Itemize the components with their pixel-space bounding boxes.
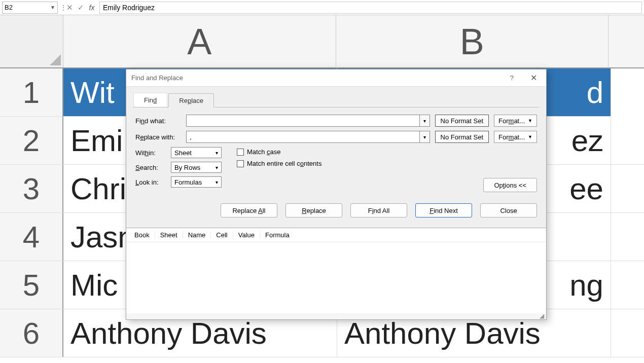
row-header-1[interactable]: 1 bbox=[0, 68, 63, 117]
match-entire-cell-label: Match entire cell contents bbox=[247, 160, 321, 167]
column-header-extra[interactable] bbox=[609, 15, 644, 68]
results-col-book[interactable]: Book bbox=[129, 231, 155, 239]
results-header: Book Sheet Name Cell Value Formula bbox=[126, 228, 546, 242]
match-entire-cell-checkbox[interactable] bbox=[237, 160, 244, 167]
tab-replace[interactable]: Replace bbox=[168, 93, 214, 107]
chevron-down-icon: ▼ bbox=[50, 5, 55, 10]
search-select[interactable]: By Rows ▾ bbox=[171, 162, 222, 173]
results-col-formula[interactable]: Formula bbox=[260, 231, 295, 239]
replace-all-button[interactable]: Replace All bbox=[221, 203, 277, 217]
replace-with-input[interactable]: , bbox=[186, 131, 420, 143]
chevron-down-icon[interactable]: ▾ bbox=[420, 131, 430, 143]
name-box[interactable]: B2 ▼ bbox=[2, 2, 58, 14]
column-headers: A B bbox=[0, 15, 644, 68]
within-label: Within: bbox=[135, 149, 166, 157]
lookin-select[interactable]: Formulas ▾ bbox=[171, 176, 222, 188]
chevron-down-icon: ▼ bbox=[528, 134, 532, 139]
select-all-corner[interactable] bbox=[0, 15, 63, 68]
accept-formula-icon[interactable]: ✓ bbox=[75, 2, 86, 13]
name-box-value: B2 bbox=[5, 4, 13, 11]
dialog-titlebar[interactable]: Find and Replace ? ✕ bbox=[126, 69, 546, 87]
find-format-button[interactable]: Format... ▼ bbox=[494, 115, 537, 127]
chevron-down-icon: ▾ bbox=[216, 150, 218, 156]
results-list[interactable] bbox=[126, 242, 546, 313]
results-col-cell[interactable]: Cell bbox=[211, 231, 233, 239]
find-what-label: Find what: bbox=[135, 117, 181, 125]
within-select[interactable]: Sheet ▾ bbox=[171, 147, 222, 158]
find-next-button[interactable]: Find Next bbox=[415, 203, 472, 217]
replace-button[interactable]: Replace bbox=[285, 203, 342, 217]
row-header-2[interactable]: 2 bbox=[0, 117, 63, 164]
replace-format-preview[interactable]: No Format Set bbox=[435, 131, 489, 143]
separator-icon: ⋮ bbox=[60, 4, 64, 12]
find-all-button[interactable]: Find All bbox=[350, 203, 407, 217]
tab-find[interactable]: Find bbox=[133, 93, 167, 107]
find-format-preview[interactable]: No Format Set bbox=[435, 115, 489, 127]
fx-icon[interactable]: fx bbox=[86, 2, 97, 13]
formula-value: Emily Rodriguez bbox=[103, 4, 155, 12]
lookin-label: Look in: bbox=[135, 178, 166, 186]
search-label: Search: bbox=[135, 164, 166, 171]
match-case-label: Match case bbox=[247, 148, 280, 156]
help-icon[interactable]: ? bbox=[510, 74, 514, 82]
formula-input[interactable]: Emily Rodriguez bbox=[99, 2, 642, 14]
match-case-checkbox[interactable] bbox=[237, 149, 244, 156]
find-what-input[interactable] bbox=[186, 115, 420, 127]
column-header-a[interactable]: A bbox=[63, 15, 336, 68]
row-header-6[interactable]: 6 bbox=[0, 309, 63, 357]
results-col-sheet[interactable]: Sheet bbox=[155, 231, 183, 239]
column-header-b[interactable]: B bbox=[336, 15, 609, 68]
replace-format-button[interactable]: Format... ▼ bbox=[494, 131, 537, 143]
resize-grip-icon[interactable]: ◢ bbox=[126, 313, 546, 319]
row-header-4[interactable]: 4 bbox=[0, 213, 63, 261]
replace-with-label: Replace with: bbox=[135, 133, 181, 141]
chevron-down-icon: ▼ bbox=[528, 118, 532, 123]
dialog-tabs: Find Replace bbox=[133, 93, 539, 107]
close-button[interactable]: Close bbox=[480, 203, 537, 217]
dialog-title: Find and Replace bbox=[131, 74, 183, 82]
row-header-3[interactable]: 3 bbox=[0, 165, 63, 212]
results-col-value[interactable]: Value bbox=[233, 231, 260, 239]
chevron-down-icon: ▾ bbox=[216, 165, 218, 170]
chevron-down-icon[interactable]: ▾ bbox=[420, 115, 430, 127]
options-button[interactable]: Options << bbox=[483, 178, 537, 192]
close-icon[interactable]: ✕ bbox=[526, 73, 541, 83]
chevron-down-icon: ▾ bbox=[216, 179, 218, 185]
results-col-name[interactable]: Name bbox=[183, 231, 211, 239]
row-header-5[interactable]: 5 bbox=[0, 261, 63, 309]
results-pane: Book Sheet Name Cell Value Formula bbox=[126, 228, 546, 313]
cancel-formula-icon[interactable]: ✕ bbox=[64, 2, 75, 13]
formula-bar: B2 ▼ ⋮ ✕ ✓ fx Emily Rodriguez bbox=[0, 0, 644, 15]
find-replace-dialog: Find and Replace ? ✕ Find Replace Find w… bbox=[126, 69, 547, 320]
